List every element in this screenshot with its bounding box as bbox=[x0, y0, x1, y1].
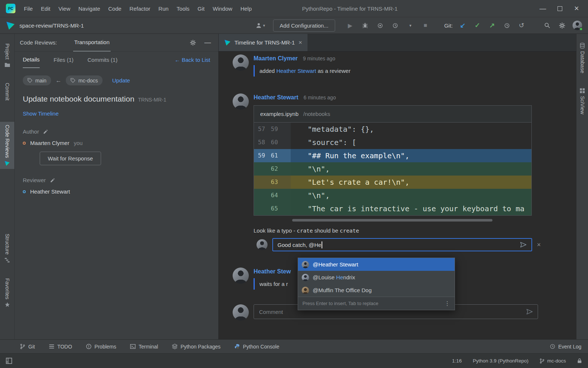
code-line[interactable]: 5860 "source": [ bbox=[254, 136, 531, 149]
tag-icon bbox=[71, 78, 75, 83]
window-title: PythonRepo - Timeline for TRNS-MR-1 bbox=[302, 6, 398, 12]
mention-item-muffin[interactable]: @Muffin The Office Dog bbox=[298, 284, 455, 297]
git-push-icon[interactable]: ↗ bbox=[487, 20, 498, 31]
git-rollback-icon[interactable]: ↺ bbox=[516, 20, 527, 31]
more-options-icon[interactable]: ⋮ bbox=[444, 300, 450, 307]
tool-button-todo[interactable]: TODO bbox=[49, 344, 72, 350]
tool-button-code-reviews[interactable]: Code Reviews bbox=[0, 122, 14, 169]
add-configuration-button[interactable]: Add Configuration... bbox=[273, 20, 335, 32]
heather-avatar-small bbox=[302, 261, 309, 268]
tab-commits[interactable]: Commits (1) bbox=[87, 52, 118, 68]
collaborators-dropdown[interactable]: ▾ bbox=[255, 20, 266, 31]
tool-button-problems[interactable]: Problems bbox=[86, 344, 116, 350]
show-timeline-link[interactable]: Show Timeline bbox=[23, 110, 210, 117]
tab-close-icon[interactable]: × bbox=[298, 39, 302, 46]
back-to-list-link[interactable]: ← Back to List bbox=[175, 57, 210, 63]
menu-file[interactable]: File bbox=[20, 3, 37, 14]
edit-pencil-icon[interactable] bbox=[50, 178, 55, 183]
coverage-icon[interactable] bbox=[375, 20, 386, 31]
panel-gear-icon[interactable] bbox=[190, 39, 196, 46]
tool-button-project[interactable]: Project bbox=[0, 40, 14, 70]
database-icon bbox=[580, 43, 585, 49]
menu-window[interactable]: Window bbox=[209, 3, 236, 14]
settings-gear-icon[interactable] bbox=[556, 20, 567, 31]
editor-tab-timeline[interactable]: Timeline for TRNS-MR-1 × bbox=[219, 34, 308, 51]
menu-edit[interactable]: Edit bbox=[37, 3, 54, 14]
menu-bar: PC File Edit View Navigate Code Refactor… bbox=[0, 0, 588, 17]
code-line-selected[interactable]: 5961 "## Run the example\n", bbox=[254, 149, 531, 162]
stop-icon[interactable]: ■ bbox=[420, 20, 431, 31]
mention-item-louise[interactable]: @Louise Hendrix bbox=[298, 271, 455, 284]
reviewer-name-link[interactable]: Heather Stewart bbox=[276, 68, 316, 74]
debug-icon[interactable] bbox=[360, 20, 371, 31]
python-interpreter[interactable]: Python 3.9 (PythonRepo) bbox=[473, 358, 528, 364]
menu-git[interactable]: Git bbox=[194, 3, 209, 14]
tool-button-database[interactable]: Database bbox=[577, 40, 588, 76]
tool-window-layout-icon[interactable] bbox=[6, 358, 12, 364]
hide-panel-icon[interactable]: — bbox=[204, 39, 211, 46]
merge-direction-arrow: ← bbox=[55, 77, 61, 84]
close-button[interactable]: × bbox=[568, 3, 585, 14]
cancel-reply-icon[interactable]: × bbox=[537, 241, 541, 249]
run-icon[interactable]: ▶ bbox=[345, 20, 356, 31]
tool-button-structure[interactable]: Structure bbox=[0, 231, 14, 266]
git-update-icon[interactable]: ↙ bbox=[457, 20, 468, 31]
edit-pencil-icon[interactable] bbox=[43, 129, 48, 134]
space-reviews-icon bbox=[4, 160, 10, 166]
git-branch-widget[interactable]: mc-docs bbox=[539, 358, 566, 364]
menu-navigate[interactable]: Navigate bbox=[74, 3, 104, 14]
tool-button-terminal[interactable]: Terminal bbox=[130, 344, 158, 350]
menu-refactor[interactable]: Refactor bbox=[125, 3, 154, 14]
panel-title: Code Reviews: bbox=[20, 39, 57, 46]
minimize-button[interactable]: — bbox=[534, 3, 551, 14]
event-log-button[interactable]: Event Log bbox=[550, 344, 581, 350]
horizontal-scrollbar[interactable] bbox=[292, 219, 492, 222]
snippet-file-name[interactable]: examples.ipynb bbox=[260, 111, 298, 117]
menu-help[interactable]: Help bbox=[236, 3, 256, 14]
lock-icon[interactable] bbox=[577, 358, 582, 364]
reply-input[interactable]: Good catch, @He bbox=[272, 238, 532, 251]
send-comment-icon[interactable] bbox=[526, 308, 533, 315]
space-instance-tab[interactable]: Transportation bbox=[73, 34, 111, 52]
tool-button-python-console[interactable]: Python Console bbox=[234, 344, 279, 350]
tab-files[interactable]: Files (1) bbox=[54, 52, 74, 68]
code-line-added[interactable]: 62 "\n", bbox=[254, 162, 531, 176]
git-branch-icon bbox=[20, 344, 25, 349]
search-everywhere-icon[interactable] bbox=[542, 20, 553, 31]
tab-details[interactable]: Details bbox=[23, 52, 40, 68]
code-line-added[interactable]: 64 "\n", bbox=[254, 189, 531, 202]
caret-position[interactable]: 1:16 bbox=[452, 358, 462, 364]
send-reply-icon[interactable] bbox=[520, 241, 527, 248]
event-log-icon bbox=[550, 344, 555, 349]
menu-run[interactable]: Run bbox=[154, 3, 173, 14]
tool-button-git[interactable]: Git bbox=[20, 344, 35, 350]
menu-code[interactable]: Code bbox=[104, 3, 125, 14]
problems-icon bbox=[86, 344, 92, 349]
branch-chip-mc-docs[interactable]: mc-docs bbox=[66, 75, 103, 85]
tool-button-project-label: Project bbox=[4, 43, 10, 60]
git-history-icon[interactable] bbox=[501, 20, 512, 31]
tool-button-sciview-label: SciView bbox=[580, 96, 585, 114]
menu-view[interactable]: View bbox=[54, 3, 74, 14]
code-line-added[interactable]: 65 "The car is interactive - use your ke… bbox=[254, 202, 531, 215]
entry-author-link[interactable]: Heather Stew bbox=[254, 268, 291, 275]
branch-chip-main[interactable]: main bbox=[23, 75, 51, 85]
code-line-highlighted[interactable]: 63 "Let's crate a car!\n", bbox=[254, 176, 531, 189]
review-breadcrumb: space-review/TRNS-MR-1 bbox=[19, 22, 84, 29]
mention-item-heather[interactable]: @Heather Stewart bbox=[298, 258, 455, 271]
code-line[interactable]: 5759 "metadata": {}, bbox=[254, 123, 531, 136]
wait-for-response-button[interactable]: Wait for Response bbox=[40, 152, 101, 165]
entry-author-link[interactable]: Maarten Clymer bbox=[254, 55, 298, 61]
git-commit-icon[interactable]: ✓ bbox=[472, 20, 483, 31]
menu-tools[interactable]: Tools bbox=[173, 3, 194, 14]
tool-button-sciview[interactable]: SciView bbox=[577, 85, 588, 117]
profiler-icon[interactable] bbox=[390, 20, 401, 31]
user-avatar[interactable] bbox=[573, 21, 582, 30]
tool-button-favorites[interactable]: Favorites bbox=[0, 275, 14, 311]
run-options-caret-icon[interactable]: ▾ bbox=[405, 20, 416, 31]
tool-button-python-packages[interactable]: Python Packages bbox=[172, 344, 220, 350]
tool-button-commit[interactable]: Commit bbox=[0, 80, 14, 103]
update-branch-link[interactable]: Update bbox=[112, 77, 130, 84]
maximize-button[interactable] bbox=[551, 3, 568, 14]
entry-author-link[interactable]: Heather Stewart bbox=[254, 94, 298, 100]
